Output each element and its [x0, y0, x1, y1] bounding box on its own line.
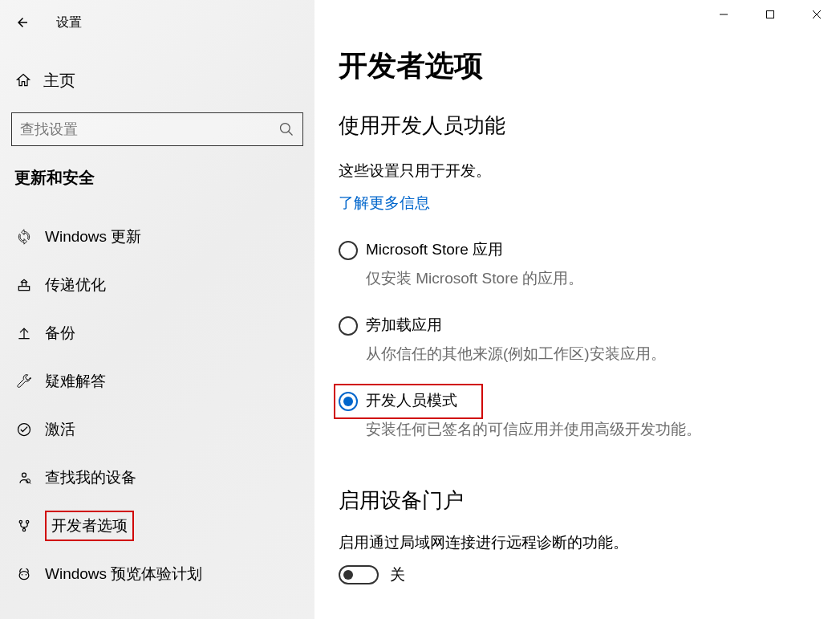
nav-label: 传递优化 [45, 275, 106, 295]
search-box[interactable] [11, 112, 303, 146]
svg-point-0 [281, 124, 290, 133]
section-developer-features-title: 使用开发人员功能 [339, 112, 840, 140]
svg-point-13 [22, 574, 23, 576]
radio-label: 旁加载应用 [366, 315, 666, 336]
learn-more-link[interactable]: 了解更多信息 [339, 193, 430, 214]
app-title: 设置 [56, 14, 82, 31]
nav-label: 激活 [45, 419, 75, 440]
back-button[interactable] [11, 11, 34, 34]
sidebar-home[interactable]: 主页 [0, 63, 314, 98]
section-description: 这些设置只用于开发。 [339, 161, 840, 181]
arrow-left-icon [15, 15, 30, 30]
nav-label: 疑难解答 [45, 371, 106, 392]
svg-point-11 [22, 528, 25, 531]
radio-icon [339, 392, 358, 411]
sidebar: 设置 主页 更新和安全 Windows 更新 传递优化 备份 疑难解答 [0, 0, 314, 619]
check-circle-icon [14, 420, 34, 439]
search-icon [278, 121, 294, 137]
home-icon [14, 72, 32, 88]
maximize-button[interactable] [747, 0, 793, 29]
sidebar-item-developer[interactable]: 开发者选项 [0, 502, 314, 550]
toggle-label: 关 [390, 564, 405, 585]
maximize-icon [765, 10, 775, 19]
svg-point-6 [22, 473, 26, 477]
sidebar-item-delivery-optimization[interactable]: 传递优化 [0, 261, 314, 309]
sidebar-item-find-device[interactable]: 查找我的设备 [0, 454, 314, 502]
developer-mode-radio-group: Microsoft Store 应用 仅安装 Microsoft Store 的… [339, 236, 840, 458]
backup-icon [14, 324, 34, 343]
svg-rect-2 [18, 287, 29, 291]
radio-icon [339, 316, 358, 336]
sidebar-item-insider[interactable]: Windows 预览体验计划 [0, 550, 314, 598]
developer-icon [14, 516, 34, 536]
radio-label: Microsoft Store 应用 [366, 239, 583, 260]
radio-developer-mode[interactable]: 开发人员模式 安装任何已签名的可信应用并使用高级开发功能。 [339, 387, 840, 458]
window-controls [700, 0, 840, 29]
nav-list: Windows 更新 传递优化 备份 疑难解答 激活 查找我的设备 开发者选项 [0, 213, 314, 598]
sidebar-item-windows-update[interactable]: Windows 更新 [0, 213, 314, 261]
sync-icon [14, 227, 34, 246]
svg-point-14 [26, 574, 27, 576]
sidebar-item-troubleshoot[interactable]: 疑难解答 [0, 357, 314, 405]
svg-point-10 [26, 520, 29, 523]
wrench-icon [14, 372, 34, 391]
radio-label: 开发人员模式 [366, 390, 701, 411]
close-icon [812, 10, 822, 19]
page-title: 开发者选项 [339, 47, 840, 86]
svg-line-1 [289, 132, 293, 136]
svg-point-9 [19, 520, 22, 523]
nav-label: Windows 预览体验计划 [45, 564, 202, 584]
category-header: 更新和安全 [14, 167, 314, 189]
radio-icon [339, 241, 358, 260]
svg-line-8 [30, 483, 31, 484]
insider-icon [14, 564, 34, 584]
svg-point-12 [19, 572, 29, 580]
nav-label: 开发者选项 [45, 511, 134, 541]
radio-description: 安装任何已签名的可信应用并使用高级开发功能。 [366, 419, 701, 440]
radio-description: 从你信任的其他来源(例如工作区)安装应用。 [366, 344, 666, 364]
minimize-icon [719, 10, 728, 19]
radio-description: 仅安装 Microsoft Store 的应用。 [366, 268, 583, 289]
close-button[interactable] [793, 0, 840, 29]
home-label: 主页 [43, 70, 75, 92]
device-portal-toggle-row: 关 [339, 564, 840, 585]
svg-rect-16 [767, 11, 774, 18]
minimize-button[interactable] [700, 0, 747, 29]
device-portal-toggle[interactable] [339, 565, 379, 584]
search-input[interactable] [20, 121, 278, 138]
nav-label: 备份 [45, 323, 75, 344]
section-device-portal-title: 启用设备门户 [339, 487, 840, 515]
main-content: 开发者选项 使用开发人员功能 这些设置只用于开发。 了解更多信息 Microso… [314, 0, 840, 619]
sidebar-item-backup[interactable]: 备份 [0, 309, 314, 357]
find-device-icon [14, 468, 34, 487]
delivery-icon [14, 275, 34, 295]
radio-sideload[interactable]: 旁加载应用 从你信任的其他来源(例如工作区)安装应用。 [339, 312, 840, 382]
sidebar-item-activation[interactable]: 激活 [0, 405, 314, 454]
nav-label: Windows 更新 [45, 226, 141, 247]
portal-description: 启用通过局域网连接进行远程诊断的功能。 [339, 532, 840, 553]
nav-label: 查找我的设备 [45, 467, 136, 488]
radio-store-apps[interactable]: Microsoft Store 应用 仅安装 Microsoft Store 的… [339, 236, 840, 307]
titlebar-left: 设置 [0, 6, 314, 35]
